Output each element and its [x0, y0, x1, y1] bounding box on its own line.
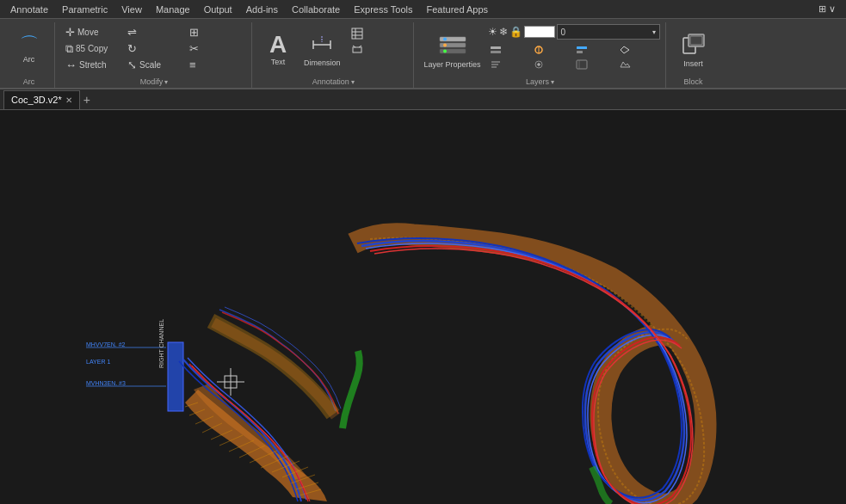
section-label-layers: Layers ▾ [526, 76, 554, 86]
layer-freeze-icon[interactable]: ❄ [499, 26, 508, 38]
layer-tool-6[interactable] [531, 58, 547, 71]
rotate-icon: ↻ [127, 43, 137, 54]
section-layers: Layer Properties ☀ ❄ 🔒 0 ▾ [416, 22, 666, 88]
svg-rect-17 [491, 46, 501, 49]
svg-point-15 [443, 43, 447, 46]
menu-window[interactable]: ⊞ ∨ [812, 2, 843, 16]
canvas-area[interactable]: MHVV7EN. #2 LAYER 1 RIGHT CHANNEL MVHN3E… [0, 110, 846, 504]
dimension-icon [309, 32, 335, 58]
menu-featured-apps[interactable]: Featured Apps [420, 3, 496, 16]
annotation-extra [348, 26, 408, 58]
tab-add-button[interactable]: + [80, 93, 94, 107]
mirror-button[interactable]: ⇌ [124, 24, 184, 40]
markup-button[interactable] [348, 42, 408, 58]
insert-icon [680, 31, 707, 58]
offset-button[interactable]: ≡ [186, 57, 246, 72]
layer-color-swatch[interactable] [524, 26, 555, 38]
menu-manage[interactable]: Manage [149, 3, 197, 16]
section-label-modify: Modify ▾ [140, 76, 169, 86]
annotation-expand-icon[interactable]: ▾ [351, 78, 355, 86]
modify-buttons: ✛ Move ⧉ 85 Copy ↔ Stretch ⇌ [62, 24, 246, 76]
svg-text:LAYER 1: LAYER 1 [86, 359, 110, 365]
svg-rect-18 [491, 51, 501, 53]
table-button[interactable] [348, 26, 408, 41]
move-copy-group: ✛ Move ⧉ 85 Copy ↔ Stretch [62, 24, 122, 72]
svg-rect-33 [168, 342, 183, 411]
stretch-button[interactable]: ↔ Stretch [62, 57, 122, 72]
layer-lock-icon[interactable]: 🔒 [509, 26, 522, 38]
layer-tool-8[interactable] [617, 58, 633, 71]
layer-tool-4[interactable] [617, 43, 633, 57]
layer-tool-5[interactable] [488, 58, 503, 71]
menu-collaborate[interactable]: Collaborate [285, 3, 347, 16]
layer-tool-1[interactable] [488, 43, 503, 57]
arc-row: ⌒ Arc [10, 24, 48, 74]
annotation-buttons: A Text Dimension [259, 24, 408, 76]
svg-rect-4 [352, 28, 362, 39]
layer-dropdown-row: ☀ ❄ 🔒 0 ▾ [488, 24, 660, 40]
layer-visibility-icon[interactable]: ☀ [488, 26, 497, 38]
scale-group: ⇌ ↻ ⤡ Scale [124, 24, 184, 72]
layer-tool-3[interactable] [574, 43, 590, 57]
tab-close-icon[interactable]: ✕ [65, 95, 72, 105]
section-modify: ✛ Move ⧉ 85 Copy ↔ Stretch ⇌ [57, 22, 252, 88]
tab-bar: Coc_3D.v2* ✕ + [0, 89, 846, 110]
array-group: ⊞ ✂ ≡ [186, 24, 246, 72]
ribbon-body: ⌒ Arc Arc ✛ Move ⧉ 85 Copy [0, 19, 846, 89]
layers-content: Layer Properties ☀ ❄ 🔒 0 ▾ [421, 24, 660, 76]
svg-text:MHVV7EN. #2: MHVV7EN. #2 [86, 341, 126, 347]
ribbon: Annotate Parametric View Manage Output A… [0, 0, 846, 89]
menu-addins[interactable]: Add-ins [239, 3, 285, 16]
trim-button[interactable]: ✂ [186, 40, 246, 56]
array-icon: ⊞ [189, 27, 199, 38]
svg-text:MVHN3EN. #3: MVHN3EN. #3 [86, 380, 126, 386]
array-button[interactable]: ⊞ [186, 24, 246, 40]
insert-label: Insert [683, 59, 703, 68]
layer-tools-grid [488, 43, 660, 71]
arc-button[interactable]: ⌒ Arc [10, 24, 48, 74]
svg-rect-22 [577, 51, 583, 53]
layer-properties-label: Layer Properties [424, 60, 481, 69]
menu-annotate[interactable]: Annotate [3, 3, 55, 16]
svg-point-16 [443, 49, 447, 52]
svg-text:RIGHT CHANNEL: RIGHT CHANNEL [158, 319, 164, 368]
rotate-button[interactable]: ↻ [124, 40, 184, 56]
svg-rect-31 [690, 36, 702, 45]
tab-main[interactable]: Coc_3D.v2* ✕ [3, 90, 80, 109]
text-button[interactable]: A Text [259, 24, 297, 74]
menu-parametric[interactable]: Parametric [55, 3, 114, 16]
menu-bar: Annotate Parametric View Manage Output A… [0, 0, 846, 19]
section-label-block: Block [684, 76, 703, 86]
markup-icon [351, 44, 363, 56]
section-block: Insert Block [668, 22, 719, 88]
copy-button[interactable]: ⧉ 85 Copy [62, 40, 122, 56]
layer-name-dropdown[interactable]: 0 ▾ [557, 24, 660, 40]
svg-rect-27 [577, 60, 587, 69]
section-label-annotation: Annotation ▾ [312, 76, 355, 86]
menu-view[interactable]: View [114, 3, 149, 16]
layer-tool-2[interactable] [531, 43, 547, 57]
move-label: Move [77, 28, 98, 37]
move-button[interactable]: ✛ Move [62, 24, 122, 40]
trim-icon: ✂ [189, 43, 199, 54]
section-label-draw: Arc [23, 76, 35, 86]
svg-rect-32 [0, 110, 846, 504]
menu-express-tools[interactable]: Express Tools [347, 3, 419, 16]
copy-label: 85 Copy [76, 44, 108, 53]
svg-rect-21 [577, 46, 587, 49]
layer-controls: ☀ ❄ 🔒 0 ▾ [488, 24, 660, 71]
insert-button[interactable]: Insert [675, 24, 713, 74]
layers-expand-icon[interactable]: ▾ [551, 78, 554, 86]
tab-name: Coc_3D.v2* [11, 95, 62, 105]
scale-button[interactable]: ⤡ Scale [124, 57, 184, 72]
dimension-button[interactable]: Dimension [300, 24, 344, 74]
copy-icon: ⧉ [65, 43, 73, 54]
layer-properties-button[interactable]: Layer Properties [421, 24, 485, 74]
layer-tool-7[interactable] [574, 58, 590, 71]
section-arc: ⌒ Arc Arc [3, 22, 55, 88]
modify-expand-icon[interactable]: ▾ [164, 78, 168, 86]
svg-rect-8 [353, 47, 361, 52]
layer-properties-icon [438, 30, 467, 59]
menu-output[interactable]: Output [197, 3, 239, 16]
offset-icon: ≡ [189, 59, 196, 71]
